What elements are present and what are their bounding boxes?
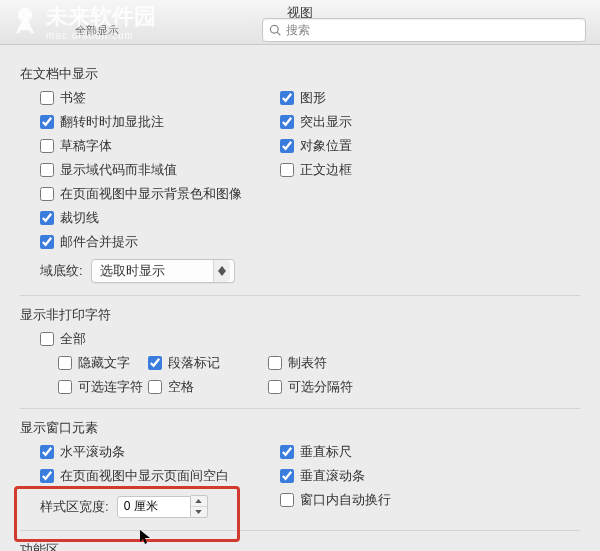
field-shading-label: 域底纹: bbox=[40, 262, 83, 280]
checkbox-hidden-text[interactable] bbox=[58, 356, 72, 370]
checkbox-tab[interactable] bbox=[268, 356, 282, 370]
search-icon bbox=[269, 24, 282, 37]
chevron-down-icon[interactable] bbox=[191, 507, 207, 517]
label-highlight: 突出显示 bbox=[300, 113, 352, 131]
titlebar: 视图 全部显示 搜索 未来软件园 mac.orsoon.com bbox=[0, 0, 600, 45]
label-para-mark: 段落标记 bbox=[168, 354, 220, 372]
field-shading-select[interactable]: 选取时显示 bbox=[91, 259, 235, 283]
checkbox-flip-comments[interactable] bbox=[40, 115, 54, 129]
field-shading-value: 选取时显示 bbox=[100, 262, 165, 280]
label-object-pos: 对象位置 bbox=[300, 137, 352, 155]
checkbox-opt-sep[interactable] bbox=[268, 380, 282, 394]
stepper-buttons[interactable] bbox=[191, 495, 208, 518]
checkbox-text-border[interactable] bbox=[280, 163, 294, 177]
chevron-up-icon[interactable] bbox=[191, 496, 207, 507]
checkbox-all[interactable] bbox=[40, 332, 54, 346]
section-window-elements-title: 显示窗口元素 bbox=[20, 419, 580, 437]
checkbox-opt-hyphen[interactable] bbox=[58, 380, 72, 394]
show-all-button[interactable]: 全部显示 bbox=[75, 23, 119, 38]
checkbox-field-code[interactable] bbox=[40, 163, 54, 177]
label-graphics: 图形 bbox=[300, 89, 326, 107]
checkbox-bg-image[interactable] bbox=[40, 187, 54, 201]
label-bookmark: 书签 bbox=[60, 89, 86, 107]
search-input[interactable]: 搜索 bbox=[262, 18, 586, 42]
label-opt-hyphen: 可选连字符 bbox=[78, 378, 143, 396]
checkbox-crop[interactable] bbox=[40, 211, 54, 225]
style-width-input[interactable] bbox=[117, 496, 191, 518]
label-opt-sep: 可选分隔符 bbox=[288, 378, 353, 396]
label-field-code: 显示域代码而非域值 bbox=[60, 161, 177, 179]
checkbox-v-ruler[interactable] bbox=[280, 445, 294, 459]
checkbox-mail-merge[interactable] bbox=[40, 235, 54, 249]
checkbox-wrap[interactable] bbox=[280, 493, 294, 507]
section-ribbon-title: 功能区 bbox=[20, 541, 580, 551]
label-wrap: 窗口内自动换行 bbox=[300, 491, 391, 509]
label-page-gap: 在页面视图中显示页面间空白 bbox=[60, 467, 229, 485]
checkbox-bookmark[interactable] bbox=[40, 91, 54, 105]
label-v-ruler: 垂直标尺 bbox=[300, 443, 352, 461]
section-nonprint-title: 显示非打印字符 bbox=[20, 306, 580, 324]
checkbox-object-pos[interactable] bbox=[280, 139, 294, 153]
style-width-label: 样式区宽度: bbox=[40, 498, 109, 516]
label-hidden-text: 隐藏文字 bbox=[78, 354, 130, 372]
label-mail-merge: 邮件合并提示 bbox=[60, 233, 138, 251]
label-h-scroll: 水平滚动条 bbox=[60, 443, 125, 461]
checkbox-graphics[interactable] bbox=[280, 91, 294, 105]
checkbox-page-gap[interactable] bbox=[40, 469, 54, 483]
label-draft-font: 草稿字体 bbox=[60, 137, 112, 155]
section-doc-display-title: 在文档中显示 bbox=[20, 65, 580, 83]
label-text-border: 正文边框 bbox=[300, 161, 352, 179]
search-placeholder: 搜索 bbox=[286, 22, 310, 39]
checkbox-v-scroll[interactable] bbox=[280, 469, 294, 483]
label-flip-comments: 翻转时时加显批注 bbox=[60, 113, 164, 131]
label-crop: 裁切线 bbox=[60, 209, 99, 227]
checkbox-space[interactable] bbox=[148, 380, 162, 394]
label-v-scroll: 垂直滚动条 bbox=[300, 467, 365, 485]
checkbox-para-mark[interactable] bbox=[148, 356, 162, 370]
checkbox-highlight[interactable] bbox=[280, 115, 294, 129]
label-all: 全部 bbox=[60, 330, 86, 348]
chevrons-icon bbox=[213, 260, 230, 282]
label-space: 空格 bbox=[168, 378, 194, 396]
label-bg-image: 在页面视图中显示背景色和图像 bbox=[60, 185, 242, 203]
checkbox-h-scroll[interactable] bbox=[40, 445, 54, 459]
checkbox-draft-font[interactable] bbox=[40, 139, 54, 153]
label-tab: 制表符 bbox=[288, 354, 327, 372]
